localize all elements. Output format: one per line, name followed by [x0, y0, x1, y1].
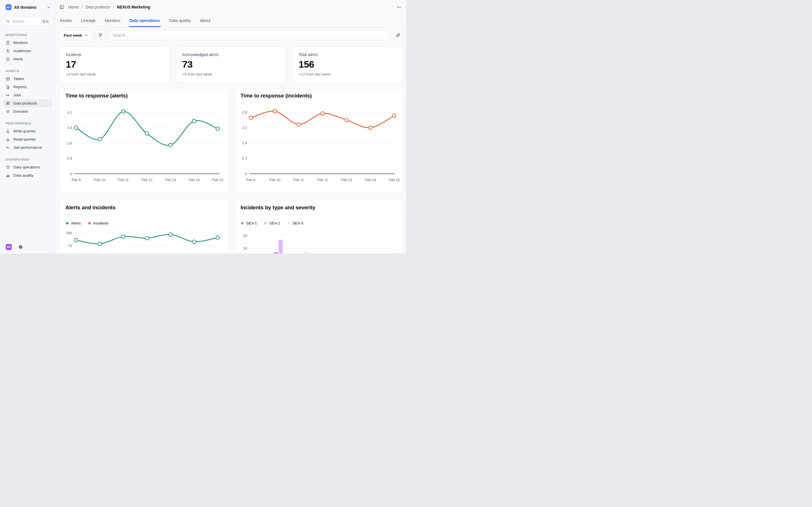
search-icon	[6, 19, 10, 23]
chart-card-incidents-severity: Incidents by type and severitySEV-1SEV-2…	[235, 200, 403, 253]
sidebar-item-audiences[interactable]: Audiences	[3, 47, 52, 55]
gear-icon[interactable]	[18, 244, 23, 249]
sidebar-item-label: Job performance	[13, 145, 42, 150]
stat-card-incidents: Incidents17+3 from last week	[59, 47, 170, 83]
sidebar-item-tables[interactable]: Tables	[3, 75, 52, 83]
sidebar-item-reports[interactable]: Reports	[3, 83, 52, 91]
users-icon	[6, 49, 10, 53]
sidebar-section-label: MONITORING	[3, 33, 52, 37]
sidebar-item-label: Alerts	[13, 57, 23, 61]
svg-text:2.1: 2.1	[242, 126, 247, 130]
legend-label: SEV-2	[269, 221, 280, 225]
topbar: Home / Data products / NEXUS Marketing	[59, 0, 403, 14]
filter-row: Past week	[59, 31, 403, 40]
sidebar-item-label: Data quality	[13, 173, 33, 177]
layers-icon	[6, 109, 10, 114]
sidebar-item-alerts[interactable]: Alerts	[3, 55, 52, 63]
sidebar-item-jobs[interactable]: Jobs	[3, 91, 52, 99]
svg-text:Feb 12: Feb 12	[142, 178, 153, 182]
legend-dot	[288, 222, 290, 224]
legend-dot	[264, 222, 267, 224]
tab-data-operations[interactable]: Data operations	[129, 14, 161, 27]
chart-title: Time to response (alerts)	[65, 93, 128, 99]
chart-card-ttr-incidents: Time to response (incidents)2.82.11.40.7…	[235, 88, 403, 193]
date-range-button[interactable]: Past week	[59, 31, 92, 40]
sidebar-item-write-queries[interactable]: Write queries	[3, 127, 52, 135]
sidebar-section-label: ASSETS	[3, 69, 52, 73]
stat-delta: +5 from last week	[182, 72, 280, 76]
sidebar-item-job-performance[interactable]: Job performance	[3, 144, 52, 152]
legend-item-alerts: Alerts	[66, 221, 81, 225]
svg-text:75: 75	[68, 244, 72, 248]
chart-plot-incidents-severity: 2418Feb 9Feb 10Feb 11Feb 12Feb 13Feb 14F…	[235, 228, 403, 253]
pie-chart-icon	[6, 165, 10, 170]
svg-text:Feb 9: Feb 9	[246, 178, 255, 182]
tab-data-quality[interactable]: Data quality	[169, 14, 191, 27]
sidebar-item-domains[interactable]: Domains	[3, 107, 52, 115]
search-shortcut-badge: ⌘ K	[41, 19, 50, 24]
sidebar-search-placeholder: Search...	[12, 19, 39, 23]
sidebar-item-data-products[interactable]: Data products	[3, 99, 52, 107]
svg-text:Feb 13: Feb 13	[341, 178, 352, 182]
share-link-button[interactable]	[393, 31, 403, 40]
breadcrumb-separator: /	[82, 5, 83, 9]
sidebar-item-label: Monitors	[13, 41, 28, 45]
tab-lineage[interactable]: Lineage	[81, 14, 96, 27]
read-queries-icon	[6, 137, 10, 142]
svg-text:24: 24	[243, 234, 247, 238]
alert-hexagon-icon	[6, 57, 10, 61]
sidebar-nav: MONITORINGMonitorsAudiencesAlertsASSETST…	[0, 33, 55, 179]
filter-button[interactable]	[96, 31, 105, 40]
stat-delta: +12 from last week	[299, 72, 397, 76]
svg-text:Feb 13: Feb 13	[165, 178, 176, 182]
chart-plot-ttr-incidents: 2.82.11.40.70Feb 9Feb 10Feb 11Feb 12Feb …	[235, 103, 403, 193]
sidebar-item-data-operations[interactable]: Data operations	[3, 163, 52, 171]
sidebar-item-read-queries[interactable]: Read queries	[3, 135, 52, 144]
svg-text:2.4: 2.4	[67, 126, 72, 130]
job-arrow-icon	[6, 93, 10, 98]
tab-about[interactable]: About	[200, 14, 211, 27]
breadcrumb-data-products[interactable]: Data products	[86, 5, 110, 9]
sidebar-item-monitors[interactable]: Monitors	[3, 39, 52, 47]
sidebar-section-label: PERFORMANCE	[3, 122, 52, 125]
svg-text:0: 0	[70, 172, 72, 176]
sidebar-toggle-icon[interactable]	[59, 5, 64, 10]
sidebar-footer: BH	[0, 240, 55, 253]
tab-assets[interactable]: Assets	[59, 14, 72, 27]
tab-bar: AssetsLineageMonitorsData operationsData…	[56, 14, 406, 27]
svg-text:0.7: 0.7	[242, 157, 247, 161]
svg-text:Feb 14: Feb 14	[189, 178, 200, 182]
svg-text:Feb 11: Feb 11	[118, 178, 129, 182]
chart-title: Alerts and incidents	[65, 205, 116, 211]
main-area: Home / Data products / NEXUS Marketing A…	[56, 0, 406, 253]
stat-card-acknowledged-alerts: Acknowledged alerts73+5 from last week	[176, 47, 287, 83]
more-menu-icon[interactable]	[395, 4, 403, 11]
legend-item-sev-1: SEV-1	[241, 221, 257, 225]
stat-value: 17	[66, 59, 164, 69]
breadcrumb-home[interactable]: Home	[68, 5, 79, 9]
svg-text:0.8: 0.8	[67, 157, 72, 161]
charts-row-top: Time to response (alerts)3.22.41.60.80Fe…	[59, 88, 403, 193]
search-input[interactable]	[109, 31, 390, 40]
sidebar-item-label: Data products	[13, 101, 37, 105]
svg-text:Feb 10: Feb 10	[94, 178, 105, 182]
svg-text:3.2: 3.2	[67, 111, 72, 115]
stat-value: 73	[182, 59, 280, 69]
tab-monitors[interactable]: Monitors	[104, 14, 121, 27]
date-range-label: Past week	[64, 33, 82, 38]
user-avatar[interactable]: BH	[6, 244, 12, 250]
legend-dot	[88, 222, 91, 224]
charts-row-bottom: Alerts and incidentsAlertsIncidents10075…	[59, 200, 403, 253]
chart-plot-ttr-alerts: 3.22.41.60.80Feb 9Feb 10Feb 11Feb 12Feb …	[60, 103, 229, 193]
sidebar-item-label: Write queries	[13, 129, 36, 133]
legend-item-incidents: Incidents	[88, 221, 109, 225]
chevron-down-icon	[47, 5, 51, 9]
sidebar-item-label: Domains	[13, 109, 28, 114]
svg-text:0: 0	[245, 172, 247, 176]
sidebar-item-data-quality[interactable]: Data quality	[3, 171, 52, 179]
workspace-switcher[interactable]: MC All domains	[0, 0, 55, 10]
chevron-down-icon	[85, 34, 88, 37]
sidebar-search[interactable]: Search... ⌘ K	[3, 17, 52, 25]
svg-text:Feb 9: Feb 9	[71, 178, 81, 182]
stat-value: 156	[299, 59, 397, 69]
